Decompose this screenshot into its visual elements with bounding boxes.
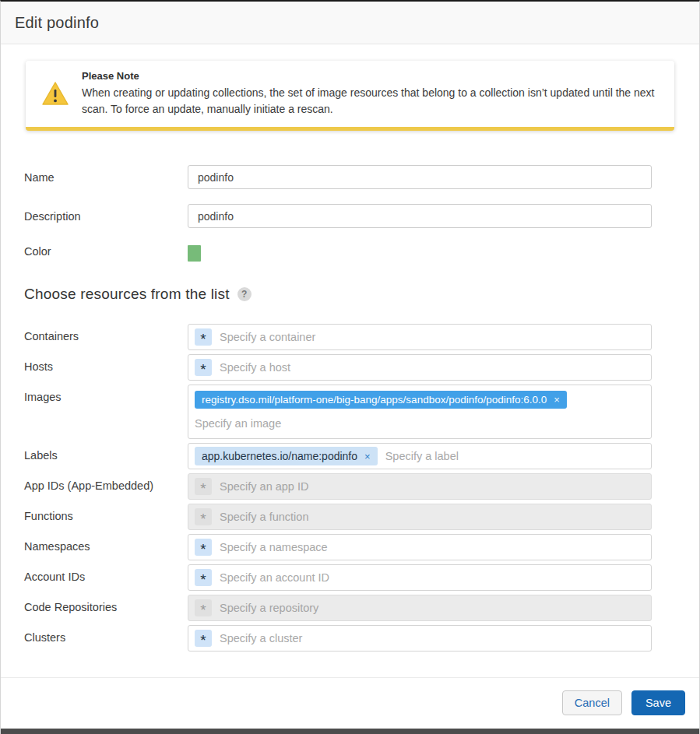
hosts-field[interactable]: * bbox=[188, 354, 652, 381]
field-label: Containers bbox=[24, 324, 188, 342]
form-area: Name Description Color Choose resources … bbox=[1, 165, 699, 651]
resources-section-header: Choose resources from the list ? bbox=[24, 286, 676, 303]
name-row: Name bbox=[24, 165, 676, 189]
account-ids-input[interactable] bbox=[220, 568, 645, 587]
remove-tag-icon[interactable]: × bbox=[554, 394, 560, 406]
containers-input[interactable] bbox=[220, 328, 645, 346]
wildcard-asterisk-button: * bbox=[195, 478, 212, 495]
wildcard-asterisk-button: * bbox=[195, 508, 212, 525]
description-row: Description bbox=[24, 204, 676, 228]
field-label: Labels bbox=[24, 443, 188, 462]
account-ids-field[interactable]: * bbox=[188, 564, 652, 591]
window-bottom-edge bbox=[1, 729, 699, 734]
save-button[interactable]: Save bbox=[631, 690, 685, 715]
labels-input[interactable] bbox=[385, 447, 645, 465]
functions-field: * bbox=[188, 504, 652, 530]
resource-row-images: Images registry.dso.mil/platform-one/big… bbox=[24, 385, 676, 439]
resource-rows: Containers * Hosts * Images bbox=[24, 324, 676, 651]
label-tag[interactable]: app.kubernetes.io/name:podinfo × bbox=[195, 447, 378, 465]
image-tag[interactable]: registry.dso.mil/platform-one/big-bang/a… bbox=[195, 391, 567, 409]
cancel-button[interactable]: Cancel bbox=[562, 690, 622, 715]
notice-title: Please Note bbox=[82, 70, 659, 82]
field-label: Clusters bbox=[24, 625, 188, 644]
app-ids-field: * bbox=[188, 473, 652, 500]
warning-triangle-icon bbox=[40, 81, 71, 107]
notice-text: Please Note When creating or updating co… bbox=[82, 70, 659, 118]
hosts-input[interactable] bbox=[220, 358, 645, 377]
wildcard-asterisk-button[interactable]: * bbox=[195, 359, 212, 376]
name-label: Name bbox=[24, 171, 188, 184]
field-label: Hosts bbox=[24, 354, 188, 373]
resource-row-namespaces: Namespaces * bbox=[24, 534, 676, 560]
notice-body: When creating or updating collections, t… bbox=[82, 85, 659, 118]
resource-row-containers: Containers * bbox=[24, 324, 676, 350]
field-label: Namespaces bbox=[24, 534, 188, 553]
code-repositories-field: * bbox=[188, 595, 652, 621]
containers-field[interactable]: * bbox=[188, 324, 652, 350]
field-label: Account IDs bbox=[24, 564, 188, 583]
image-tag-text: registry.dso.mil/platform-one/big-bang/a… bbox=[202, 394, 547, 406]
images-field[interactable]: registry.dso.mil/platform-one/big-bang/a… bbox=[188, 385, 652, 439]
notice-banner: Please Note When creating or updating co… bbox=[26, 61, 674, 131]
wildcard-asterisk-button[interactable]: * bbox=[195, 630, 212, 647]
field-label: Functions bbox=[24, 504, 188, 522]
field-label: Code Repositories bbox=[24, 595, 188, 613]
functions-input bbox=[220, 507, 645, 526]
resource-row-functions: Functions * bbox=[24, 504, 676, 530]
name-input[interactable] bbox=[188, 165, 652, 189]
resources-section-title: Choose resources from the list bbox=[24, 286, 230, 303]
images-input[interactable] bbox=[195, 414, 340, 433]
dialog-body: Please Note When creating or updating co… bbox=[1, 44, 699, 677]
resource-row-account-ids: Account IDs * bbox=[24, 564, 676, 591]
namespaces-input[interactable] bbox=[220, 538, 645, 557]
wildcard-asterisk-button[interactable]: * bbox=[195, 328, 212, 346]
dialog-header: Edit podinfo bbox=[1, 2, 699, 44]
resource-row-hosts: Hosts * bbox=[24, 354, 676, 381]
field-label: App IDs (App-Embedded) bbox=[24, 473, 188, 492]
description-label: Description bbox=[24, 210, 188, 223]
resource-row-labels: Labels app.kubernetes.io/name:podinfo × bbox=[24, 443, 676, 469]
namespaces-field[interactable]: * bbox=[188, 534, 652, 560]
field-label: Images bbox=[24, 385, 188, 403]
resource-row-code-repositories: Code Repositories * bbox=[24, 595, 676, 621]
help-icon[interactable]: ? bbox=[237, 287, 252, 301]
code-repositories-input bbox=[220, 599, 645, 617]
description-input[interactable] bbox=[188, 204, 652, 228]
clusters-input[interactable] bbox=[220, 629, 645, 648]
dialog-footer: Cancel Save bbox=[1, 677, 699, 729]
resource-row-app-ids: App IDs (App-Embedded) * bbox=[24, 473, 676, 500]
color-swatch[interactable] bbox=[188, 245, 201, 262]
color-row: Color bbox=[24, 245, 676, 262]
wildcard-asterisk-button[interactable]: * bbox=[195, 569, 212, 586]
color-label: Color bbox=[24, 245, 188, 258]
wildcard-asterisk-button: * bbox=[195, 599, 212, 616]
remove-tag-icon[interactable]: × bbox=[364, 451, 371, 462]
app-ids-input bbox=[220, 477, 645, 496]
dialog-title: Edit podinfo bbox=[15, 14, 99, 32]
edit-collection-dialog: Edit podinfo Please Note When creating o… bbox=[0, 0, 700, 734]
label-tag-text: app.kubernetes.io/name:podinfo bbox=[202, 450, 357, 462]
resource-row-clusters: Clusters * bbox=[24, 625, 676, 651]
labels-field[interactable]: app.kubernetes.io/name:podinfo × bbox=[188, 443, 652, 469]
wildcard-asterisk-button[interactable]: * bbox=[195, 539, 212, 556]
clusters-field[interactable]: * bbox=[188, 625, 652, 651]
